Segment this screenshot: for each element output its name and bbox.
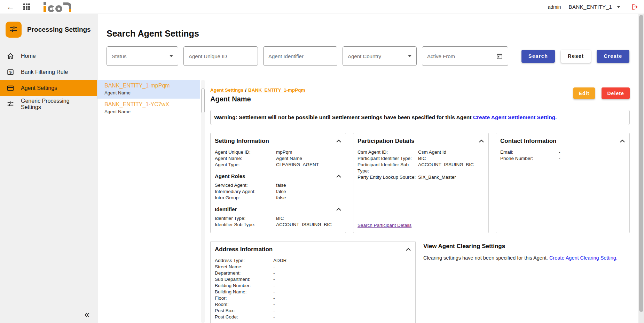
breadcrumb-link-agent-settings[interactable]: Agent Settings [210,87,243,93]
sidebar-item-bank-filtering-rule[interactable]: $ Bank Filtering Rule [0,64,97,80]
detail-scrollbar[interactable] [201,80,205,323]
search-button[interactable]: Search [521,50,555,63]
detail-panel: Agent Settings/BANK_ENTITY_1-mpPqm Agent… [205,80,638,323]
field-value: - [273,289,411,295]
page-title: Search Agent Settings [107,29,638,39]
logout-button[interactable] [630,3,638,11]
chevron-up-icon[interactable] [336,208,341,211]
search-participant-details-link[interactable]: Search Participant Details [358,223,411,228]
back-arrow-icon[interactable]: ← [6,3,14,11]
list-item[interactable]: BANK_ENTITY_1-YC7wX Agent Name [97,99,200,117]
main-content: Search Agent Settings Status Agent Count… [97,14,638,323]
sidebar-item-home[interactable]: Home [0,48,97,64]
card-title: Contact Information [500,138,557,145]
participation-details-card: Participation Details Csm Agent ID:Csm A… [353,133,489,233]
active-from-label: Active From [427,53,496,59]
sidebar-item-generic-processing-settings[interactable]: Generic Processing Settings [0,96,97,112]
sidebar-item-agent-settings[interactable]: Agent Settings [0,80,97,96]
sidebar-item-label: Generic Processing Settings [21,98,91,110]
warning-text: Warning: Settlement will not be possible… [214,114,472,120]
field-value: - [273,276,411,283]
status-select[interactable]: Status [107,46,178,66]
form-buttons: Search Reset Create [521,50,629,63]
search-section: Search Agent Settings Status Agent Count… [97,14,638,66]
card-title: Participation Details [358,138,414,145]
sidebar-title: Processing Settings [27,26,91,33]
chevron-up-icon[interactable] [479,139,484,143]
sidebar-item-label: Home [21,53,36,59]
svg-text:$: $ [9,70,11,74]
window-scrollbar[interactable] [638,14,644,323]
card-title: Address Information [215,246,273,253]
field-label: Identifier Type: [215,215,276,222]
chevron-up-icon[interactable] [620,139,625,143]
window-scrollbar-thumb[interactable] [639,15,643,312]
chevron-up-icon[interactable] [336,175,341,178]
field-value: false [276,182,341,189]
field-label: Csm Agent ID: [358,149,418,155]
chevron-up-icon[interactable] [406,248,411,251]
list-item[interactable]: BANK_ENTITY_1-mpPqm Agent Name [97,80,200,99]
reset-button[interactable]: Reset [561,50,591,63]
breadcrumb-separator: / [245,87,246,93]
address-information-card: Address Information Address Type:ADDR St… [210,241,416,323]
agent-country-select-label: Agent Country [348,53,408,59]
create-clearing-setting-link[interactable]: Create Agent Clearing Setting. [549,255,618,261]
chevron-down-icon [170,55,173,57]
delete-button[interactable]: Delete [602,87,630,99]
sliders-icon [9,25,18,34]
field-value: Csm Agent Id [418,149,484,155]
card-title: Setting Information [215,138,269,145]
field-label: Street Name: [215,264,273,270]
field-label: Participant Identifier Sub Type: [358,162,418,174]
field-value: - [559,155,625,162]
chevron-down-icon [408,55,411,57]
field-value: false [276,189,341,195]
chevron-up-icon[interactable] [336,139,341,143]
field-label: Phone Number: [500,155,559,162]
field-value: - [273,314,411,320]
field-label: Identifier Sub Type: [215,222,276,228]
field-value: Agent Name [276,155,341,162]
search-form: Status Agent Country Active From [107,46,638,66]
settlement-warning: Warning: Settlement will not be possible… [210,110,630,125]
field-value: - [273,264,411,270]
clearing-settings-section: View Agent Clearing Settings Clearing se… [423,241,618,261]
list-item-name: Agent Name [104,90,200,95]
agent-unique-id-input[interactable] [183,46,258,66]
field-label: Address Type: [215,257,273,264]
username: admin [548,4,561,10]
subsection-title: Agent Roles [215,173,245,179]
topbar: ← admin BANK_ENTITY_1 [0,0,644,14]
field-value: BIC [276,215,341,222]
results-list: BANK_ENTITY_1-mpPqm Agent Name BANK_ENTI… [97,80,200,323]
detail-heading-block: Agent Settings/BANK_ENTITY_1-mpPqm Agent… [210,87,305,103]
list-item-id: BANK_ENTITY_1-YC7wX [104,101,200,108]
detail-scrollbar-thumb[interactable] [201,88,205,113]
clearing-settings-title: View Agent Clearing Settings [423,243,618,250]
sliders-icon [6,100,15,108]
field-value: - [273,301,411,308]
logout-icon [630,3,638,11]
field-label: Post Code: [215,314,273,320]
create-settlement-setting-link[interactable]: Create Agent Settlement Setting. [473,114,557,120]
agent-identifier-input[interactable] [263,46,337,66]
field-label: Building Name: [215,289,273,295]
field-label: Agent Unique ID: [215,149,276,155]
edit-button[interactable]: Edit [573,87,595,99]
create-button[interactable]: Create [597,50,629,63]
list-item-name: Agent Name [104,109,200,114]
entity-selector[interactable]: BANK_ENTITY_1 [569,4,620,10]
field-value: - [273,270,411,276]
entity-label: BANK_ENTITY_1 [569,4,612,10]
field-label: Participant Identifier Type: [358,155,418,162]
field-label: Floor: [215,295,273,301]
breadcrumb-link-current[interactable]: BANK_ENTITY_1-mpPqm [248,87,305,93]
field-value: mpPqm [276,149,341,155]
sidebar-collapse-icon[interactable]: « [85,310,89,319]
apps-grid-icon[interactable] [23,3,30,10]
icon-logo[interactable] [43,1,71,13]
agent-country-select[interactable]: Agent Country [343,46,417,66]
active-from-datepicker[interactable]: Active From [422,46,508,66]
field-label: Room: [215,301,273,308]
